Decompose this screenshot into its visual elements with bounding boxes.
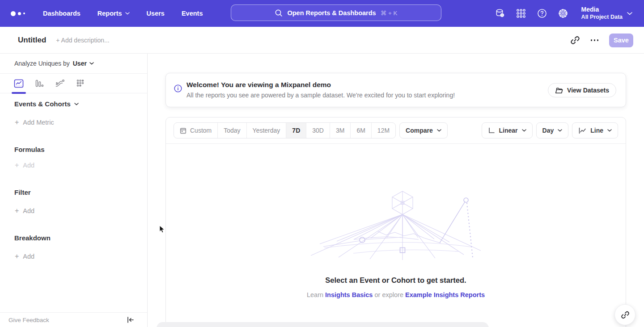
- chevron-down-icon: [125, 12, 130, 15]
- add-breakdown-button[interactable]: + Add: [15, 253, 34, 260]
- give-feedback-link[interactable]: Give Feedback: [8, 317, 49, 323]
- tab-insights-line[interactable]: [13, 74, 24, 93]
- sidebar-footer: Give Feedback: [0, 312, 147, 327]
- chevron-down-icon: [558, 129, 562, 132]
- navbar-right: Media All Project Data: [495, 0, 644, 27]
- global-search-input[interactable]: Open Reports & Dashboards ⌘ + K: [231, 4, 441, 21]
- granularity-dropdown[interactable]: Day: [536, 122, 569, 138]
- nav-item-label: Dashboards: [43, 10, 80, 17]
- analyze-by-dropdown[interactable]: User: [73, 60, 94, 67]
- date-range-7d[interactable]: 7D: [286, 123, 306, 138]
- date-range-3m[interactable]: 3M: [330, 123, 351, 138]
- data-management-icon[interactable]: [495, 8, 505, 19]
- save-button[interactable]: Save: [609, 34, 633, 47]
- events-cohorts-section-title[interactable]: Events & Cohorts: [14, 100, 79, 108]
- empty-state-subtitle: Learn Insights Basics or explore Example…: [166, 291, 626, 298]
- date-range-label: 3M: [336, 127, 344, 134]
- help-icon[interactable]: [537, 8, 547, 19]
- example-reports-link[interactable]: Example Insights Reports: [405, 291, 485, 298]
- date-range-today[interactable]: Today: [218, 123, 246, 138]
- add-metric-label: Add Metric: [23, 119, 54, 126]
- date-range-30d[interactable]: 30D: [306, 123, 330, 138]
- section-label: Events & Cohorts: [14, 100, 71, 108]
- tab-metrics[interactable]: [75, 74, 86, 93]
- chevron-down-icon: [522, 129, 526, 132]
- welcome-banner: Welcome! You are viewing a Mixpanel demo…: [165, 73, 626, 107]
- date-range-12m[interactable]: 12M: [372, 123, 395, 138]
- visualization-tabs: [0, 74, 147, 93]
- date-range-6m[interactable]: 6M: [351, 123, 371, 138]
- settings-gear-icon[interactable]: [558, 8, 568, 19]
- search-icon: [275, 9, 283, 17]
- tab-bar-chart[interactable]: [34, 74, 45, 93]
- date-range-label: 30D: [312, 127, 324, 134]
- primary-nav: Dashboards Reports Users Events: [43, 10, 203, 17]
- plus-icon: +: [15, 253, 19, 260]
- query-builder-sidebar: Analyze Uniques by User: [0, 54, 148, 327]
- plus-icon: +: [15, 207, 19, 214]
- empty-state-title: Select an Event or Cohort to get started…: [166, 276, 626, 285]
- empty-state-illustration: [311, 189, 481, 261]
- empty-state: Select an Event or Cohort to get started…: [166, 189, 626, 298]
- compare-dropdown[interactable]: Compare: [399, 122, 448, 138]
- scale-dropdown[interactable]: Linear: [482, 122, 533, 138]
- date-range-label: 7D: [292, 127, 300, 134]
- report-header-actions: Save: [570, 27, 634, 54]
- chevron-down-icon: [437, 129, 441, 132]
- date-range-label: 12M: [377, 127, 390, 134]
- report-panel: Custom Today Yesterday 7D 30D 3M 6M 12M …: [165, 117, 626, 327]
- date-range-yesterday[interactable]: Yesterday: [247, 123, 287, 138]
- filter-section-title: Filter: [14, 189, 31, 196]
- more-options-icon[interactable]: [591, 39, 599, 41]
- add-formula-button[interactable]: + Add: [15, 162, 34, 169]
- project-selector[interactable]: Media All Project Data: [581, 6, 632, 21]
- chart-type-label: Line: [590, 127, 603, 134]
- date-range-label: 6M: [356, 127, 365, 134]
- section-label: Filter: [14, 189, 31, 196]
- axis-icon: [488, 127, 495, 134]
- bottom-sheet-handle[interactable]: [157, 322, 489, 327]
- nav-item-dashboards[interactable]: Dashboards: [43, 10, 80, 17]
- top-navbar: Dashboards Reports Users Events Open Rep…: [0, 0, 644, 27]
- nav-item-label: Events: [182, 10, 203, 17]
- main-content: Welcome! You are viewing a Mixpanel demo…: [148, 54, 644, 327]
- collapse-sidebar-icon[interactable]: [127, 316, 135, 323]
- add-breakdown-label: Add: [23, 253, 34, 260]
- nav-item-reports[interactable]: Reports: [97, 10, 130, 17]
- add-metric-button[interactable]: + Add Metric: [15, 119, 54, 126]
- project-scope: All Project Data: [581, 14, 623, 21]
- mixpanel-logo[interactable]: [11, 11, 25, 16]
- date-range-custom[interactable]: Custom: [174, 123, 218, 138]
- report-description-placeholder[interactable]: + Add description...: [56, 37, 109, 44]
- nav-item-events[interactable]: Events: [182, 10, 203, 17]
- info-icon: [174, 84, 182, 92]
- copy-link-icon[interactable]: [570, 35, 580, 45]
- analyze-label: Analyze Uniques by: [14, 60, 70, 67]
- insights-basics-link[interactable]: Insights Basics: [325, 291, 373, 298]
- analyze-value: User: [73, 60, 87, 67]
- view-datasets-button[interactable]: View Datasets: [548, 83, 616, 97]
- project-name: Media: [581, 6, 623, 14]
- plus-icon: +: [15, 162, 19, 169]
- search-shortcut: ⌘ + K: [381, 9, 398, 17]
- formulas-section-title: Formulas: [14, 146, 45, 153]
- chevron-down-icon: [627, 12, 632, 15]
- chevron-down-icon: [89, 62, 94, 65]
- chart-type-dropdown[interactable]: Line: [572, 122, 618, 138]
- tab-flows[interactable]: [55, 74, 65, 93]
- link-icon: [621, 310, 630, 319]
- apps-grid-icon[interactable]: [516, 8, 526, 19]
- add-formula-label: Add: [23, 162, 34, 169]
- date-range-label: Yesterday: [253, 127, 280, 134]
- nav-item-users[interactable]: Users: [147, 10, 165, 17]
- scale-label: Linear: [499, 127, 518, 134]
- chevron-down-icon: [607, 129, 612, 132]
- chart-controls: Custom Today Yesterday 7D 30D 3M 6M 12M …: [166, 117, 626, 144]
- share-link-floating-button[interactable]: [614, 304, 636, 325]
- report-title[interactable]: Untitled: [18, 36, 46, 45]
- connector-text: or explore: [374, 291, 403, 298]
- add-filter-label: Add: [23, 207, 34, 214]
- nav-item-label: Reports: [97, 10, 122, 17]
- section-label: Breakdown: [14, 234, 51, 242]
- add-filter-button[interactable]: + Add: [15, 207, 34, 214]
